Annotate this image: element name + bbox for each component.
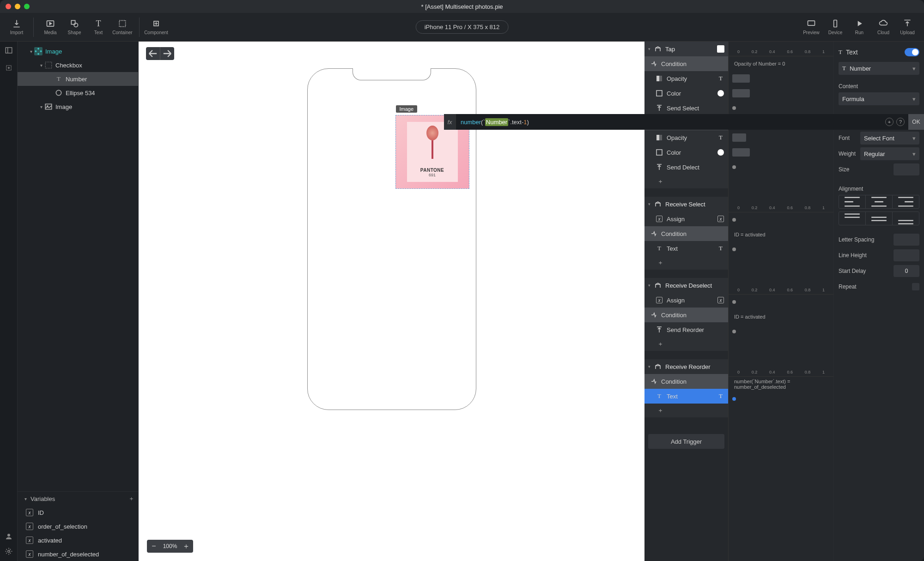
timeline-keyframe[interactable]	[732, 330, 736, 333]
action-row[interactable]: OpacityT	[644, 130, 728, 145]
formula-help-button[interactable]: ?	[896, 118, 905, 126]
condition-row[interactable]: Condition	[644, 226, 728, 241]
device-selector[interactable]: iPhone 11 Pro / X 375 x 812	[416, 20, 509, 34]
weight-select[interactable]: Regular	[860, 147, 919, 160]
timeline-keyframe[interactable]	[732, 165, 736, 169]
device-button[interactable]: Device	[823, 16, 847, 39]
timeline-keyframe[interactable]	[732, 247, 736, 251]
valign-bottom[interactable]	[893, 212, 919, 225]
trigger-header[interactable]: ▾Receive Reorder	[644, 359, 728, 374]
font-select[interactable]: Select Font	[860, 132, 919, 145]
text-button[interactable]: T Text	[86, 16, 110, 39]
trigger-header[interactable]: ▾Receive Deselect	[644, 278, 728, 293]
add-action-button[interactable]: ＋	[644, 175, 728, 188]
run-button[interactable]: Run	[847, 16, 871, 39]
property-toggle[interactable]	[905, 48, 919, 56]
panel-layout-icon[interactable]	[5, 46, 13, 54]
maximize-window[interactable]	[24, 4, 30, 9]
variable-row[interactable]: xorder_of_selection	[18, 519, 138, 533]
settings-icon[interactable]	[5, 547, 13, 555]
action-row[interactable]: xAssignx	[644, 293, 728, 308]
layer-row[interactable]: Ellipse 534	[18, 86, 138, 100]
action-row[interactable]: xAssignx	[644, 211, 728, 226]
timeline-bar[interactable]	[732, 133, 746, 142]
timeline-row[interactable]	[729, 324, 833, 339]
timeline-row[interactable]	[729, 212, 833, 227]
back-button[interactable]	[146, 47, 160, 60]
timeline-bar[interactable]	[732, 74, 750, 83]
trigger-header[interactable]: ▾Receive Select	[644, 197, 728, 211]
shape-button[interactable]: Shape	[62, 16, 86, 39]
formula-ok-button[interactable]: OK	[908, 114, 924, 130]
timeline-row[interactable]: Opacity of Number = 0	[729, 56, 833, 71]
add-action-button[interactable]: ＋	[644, 256, 728, 270]
user-icon[interactable]	[5, 532, 13, 541]
action-row[interactable]: Send Reorder	[644, 322, 728, 337]
trigger-swatch[interactable]	[717, 45, 724, 53]
condition-row[interactable]: Condition	[644, 308, 728, 322]
timeline-keyframe[interactable]	[732, 300, 736, 304]
timeline-row[interactable]	[729, 101, 833, 115]
action-row[interactable]: TTextT	[644, 389, 728, 404]
formula-add-button[interactable]: +	[885, 118, 894, 126]
timeline-row[interactable]: ID = activated	[729, 227, 833, 242]
timeline-row[interactable]	[729, 145, 833, 160]
timeline-row[interactable]	[729, 160, 833, 175]
condition-row[interactable]: Condition	[644, 56, 728, 71]
action-row[interactable]: TTextT	[644, 241, 728, 256]
forward-button[interactable]	[160, 47, 174, 60]
layer-row[interactable]: ▾Checkbox	[18, 58, 138, 72]
timeline-row[interactable]	[729, 295, 833, 309]
add-action-button[interactable]: ＋	[644, 337, 728, 351]
timeline-row[interactable]	[729, 71, 833, 86]
timeline-row[interactable]: ID = activated	[729, 309, 833, 324]
start-delay-input[interactable]	[894, 265, 919, 277]
layer-row[interactable]: TNumber	[18, 72, 138, 86]
line-height-input[interactable]	[894, 249, 919, 261]
upload-button[interactable]: Upload	[895, 16, 919, 39]
target-layer-select[interactable]: T Number	[839, 62, 919, 75]
timeline-row[interactable]: number(`Number`.text) = number_of_desele…	[729, 377, 833, 392]
cloud-button[interactable]: Cloud	[871, 16, 895, 39]
timeline-row[interactable]	[729, 130, 833, 145]
timeline-keyframe[interactable]	[732, 218, 736, 222]
action-row[interactable]: OpacityT	[644, 71, 728, 86]
timeline-row[interactable]	[729, 86, 833, 101]
valign-top[interactable]	[839, 212, 866, 225]
add-trigger-button[interactable]: Add Trigger	[648, 434, 724, 449]
add-icon[interactable]	[5, 64, 13, 72]
container-button[interactable]: Container	[110, 16, 134, 39]
action-row[interactable]: Send Select	[644, 101, 728, 115]
timeline-keyframe[interactable]	[732, 397, 736, 401]
preview-button[interactable]: Preview	[799, 16, 823, 39]
align-center[interactable]	[866, 195, 893, 208]
action-row[interactable]: Color	[644, 86, 728, 101]
variable-row[interactable]: xactivated	[18, 533, 138, 547]
minimize-window[interactable]	[15, 4, 20, 9]
timeline-bar[interactable]	[732, 148, 750, 157]
timeline-bar[interactable]	[732, 89, 750, 97]
add-variable-button[interactable]: ＋	[128, 495, 134, 503]
variable-row[interactable]: xnumber_of_deselected	[18, 547, 138, 561]
add-action-button[interactable]: ＋	[644, 404, 728, 417]
timeline-keyframe[interactable]	[732, 106, 736, 110]
valign-middle[interactable]	[866, 212, 893, 225]
layer-row[interactable]: ▾Image	[18, 100, 138, 114]
import-button[interactable]: Import	[5, 16, 29, 39]
letter-spacing-input[interactable]	[894, 234, 919, 246]
content-type-select[interactable]: Formula	[839, 92, 919, 105]
size-input[interactable]	[894, 163, 919, 175]
trigger-header[interactable]: ▾Tap	[644, 42, 728, 56]
close-window[interactable]	[6, 4, 11, 9]
layer-row[interactable]: ▾Image	[18, 44, 138, 58]
formula-input[interactable]: number(`Number`.text-1)	[456, 114, 881, 130]
variable-row[interactable]: xID	[18, 506, 138, 519]
align-left[interactable]	[839, 195, 866, 208]
timeline-row[interactable]	[729, 242, 833, 257]
repeat-checkbox[interactable]	[912, 283, 919, 290]
timeline-row[interactable]	[729, 392, 833, 406]
action-row[interactable]: Send Delect	[644, 160, 728, 175]
zoom-in-button[interactable]: ＋	[179, 540, 193, 553]
media-button[interactable]: Media	[38, 16, 62, 39]
component-button[interactable]: Component	[144, 16, 168, 39]
